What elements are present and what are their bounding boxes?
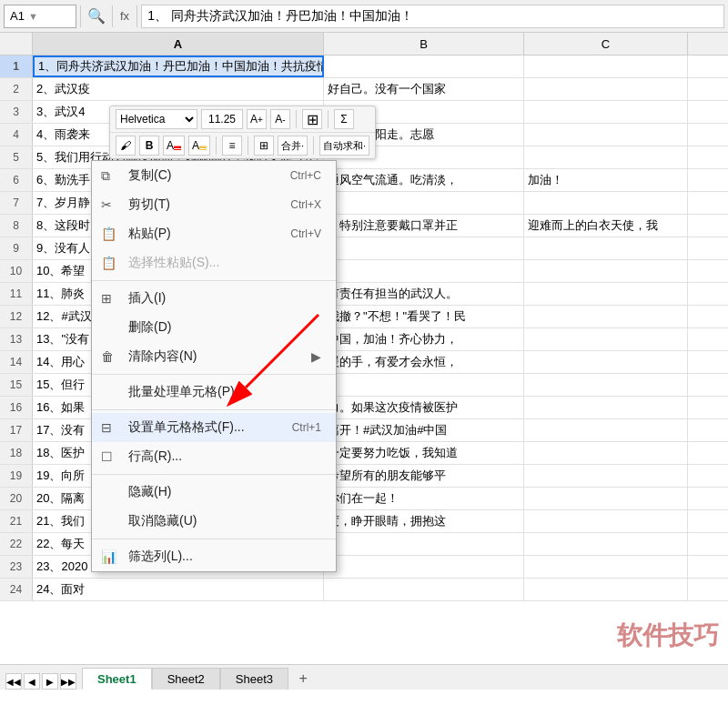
cell-b21[interactable]: 度，睁开眼睛，拥抱这 [324,510,524,532]
cell-c4[interactable] [524,124,688,146]
ctx-insert[interactable]: ⊞ 插入(I) [92,284,336,313]
cell-b8[interactable]: ，特别注意要戴口罩并正 [324,215,524,237]
cell-b11[interactable]: 有责任有担当的武汉人。 [324,283,524,305]
font-size-smaller-button[interactable]: A- [270,109,290,129]
tab-add-button[interactable]: + [292,668,314,690]
row-number: 21 [0,510,33,532]
tab-sheet3[interactable]: Sheet3 [220,668,288,690]
ctx-paste-shortcut: Ctrl+V [290,227,321,240]
ctx-clear[interactable]: 🗑 清除内容(N) ▶ [92,342,336,371]
ctx-paste[interactable]: 📋 粘贴(P) Ctrl+V [92,219,336,248]
ctx-row-height-label: 行高(R)... [128,448,182,465]
highlight-color-button[interactable]: A▬ [188,136,210,156]
col-header-a[interactable]: A [33,33,324,55]
cell-c20[interactable] [524,488,688,509]
cell-c15[interactable] [524,374,688,396]
ctx-format[interactable]: ⊟ 设置单元格格式(F)... Ctrl+1 [92,413,336,442]
ctx-row-height[interactable]: ☐ 行高(R)... [92,442,336,471]
cell-c19[interactable] [524,465,688,487]
ctx-sep-5 [92,539,336,539]
ctx-cut-label: 剪切(T) [128,196,170,213]
toolbar-separator-5 [313,136,314,155]
border-button[interactable]: ⊞ [254,136,274,156]
cell-reference-box[interactable]: A1 ▼ [4,5,76,28]
merge-cells-button[interactable]: ⊞ [302,109,322,129]
cell-b22[interactable] [324,533,524,555]
autosum-label-button[interactable]: 自动求和· [319,136,369,156]
cell-c8[interactable]: 迎难而上的白衣天使，我 [524,215,688,237]
cell-b18[interactable]: 一定要努力吃饭，我知道 [324,442,524,464]
cell-c11[interactable] [524,283,688,305]
cell-b13[interactable]: 中国，加油！齐心协力， [324,328,524,350]
cell-c18[interactable] [524,442,688,464]
cell-c2[interactable] [524,78,688,100]
cell-c5[interactable] [524,146,688,168]
cell-c16[interactable] [524,397,688,418]
cell-b9[interactable] [324,237,524,259]
cell-a1[interactable]: 1、同舟共济武汉加油！丹巴加油！中国加油！共抗疫情！ [33,55,324,77]
cell-c17[interactable] [524,419,688,441]
ctx-unhide[interactable]: 取消隐藏(U) [92,507,336,536]
cell-c12[interactable] [524,306,688,327]
ctx-hide[interactable]: 隐藏(H) [92,478,336,507]
cell-b6[interactable]: 通风空气流通。吃清淡， [324,169,524,191]
cell-c1[interactable] [524,55,688,77]
ctx-cut[interactable]: ✂ 剪切(T) Ctrl+X [92,190,336,219]
cell-c7[interactable] [524,192,688,214]
formula-bar-divider2 [112,5,113,27]
cell-b1[interactable] [324,55,524,77]
paint-format-button[interactable]: 🖌 [116,136,136,156]
cell-c24[interactable] [524,579,688,600]
align-button[interactable]: ≡ [222,136,242,156]
cell-c6[interactable]: 加油！ [524,169,688,191]
cell-b16[interactable]: 力。如果这次疫情被医护 [324,397,524,418]
cell-b20[interactable]: 你们在一起！ [324,488,524,509]
cell-b10[interactable] [324,260,524,282]
merge-label-button[interactable]: 合并· [278,136,308,156]
font-color-button[interactable]: A▬ [163,136,185,156]
cell-c10[interactable] [524,260,688,282]
cell-c22[interactable] [524,533,688,555]
ctx-filter[interactable]: 📊 筛选列(L)... [92,542,336,571]
cell-b24[interactable] [324,579,524,600]
zoom-button[interactable]: 🔍 [85,5,108,28]
cell-a24[interactable]: 24、面对 [33,579,324,600]
cell-c9[interactable] [524,237,688,259]
cell-b23[interactable] [324,556,524,578]
ctx-copy[interactable]: ⧉ 复制(C) Ctrl+C [92,161,336,190]
filter-icon: 📊 [101,549,116,564]
cell-b17[interactable]: 离开！#武汉加油#中国 [324,419,524,441]
autosum-button[interactable]: Σ [334,109,354,129]
cell-c3[interactable] [524,101,688,123]
ctx-batch[interactable]: 批量处理单元格(P) [92,378,336,407]
cell-c21[interactable] [524,510,688,532]
formula-input[interactable] [141,5,724,28]
cell-b15[interactable] [324,374,524,396]
cell-b2[interactable]: 好自己。没有一个国家 [324,78,524,100]
tab-sheet1[interactable]: Sheet1 [82,668,152,690]
ctx-delete[interactable]: 删除(D) [92,313,336,342]
cell-b7[interactable] [324,192,524,214]
tab-nav-last[interactable]: ▶▶ [60,673,76,690]
ctx-paste-special[interactable]: 📋 选择性粘贴(S)... [92,248,336,277]
cell-a2[interactable]: 2、武汉疫 [33,78,324,100]
cell-c23[interactable] [524,556,688,578]
col-header-b[interactable]: B [324,33,524,55]
cell-b12[interactable]: 我撤？"不想！"看哭了！民 [324,306,524,327]
font-size-input[interactable] [201,109,243,129]
font-name-select[interactable]: Helvetica [116,109,197,129]
tab-nav-prev[interactable]: ◀◀ [5,673,22,690]
row-number: 9 [0,237,33,259]
tab-nav-right[interactable]: ▶ [42,673,58,690]
cell-c13[interactable] [524,328,688,350]
font-size-larger-button[interactable]: A+ [247,109,267,129]
cell-b19[interactable]: 希望所有的朋友能够平 [324,465,524,487]
tab-sheet2[interactable]: Sheet2 [152,668,220,690]
col-header-c[interactable]: C [524,33,688,55]
bold-button[interactable]: B [139,136,159,156]
tab-nav-left[interactable]: ◀ [24,673,40,690]
cell-c14[interactable] [524,351,688,373]
row-number: 22 [0,533,33,555]
ctx-sep-2 [92,374,336,375]
cell-b14[interactable]: 暖的手，有爱才会永恒， [324,351,524,373]
